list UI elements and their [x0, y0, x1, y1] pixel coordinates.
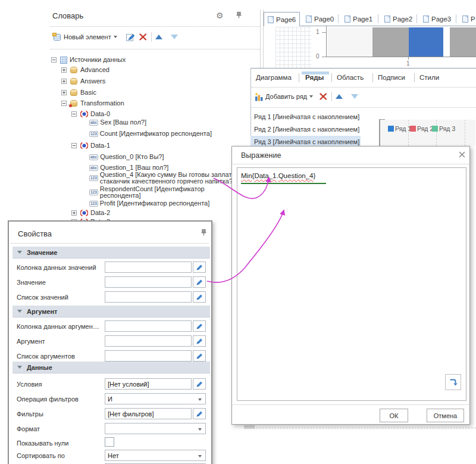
tab-page1[interactable]: Page1: [341, 12, 376, 26]
y-tick: [322, 32, 326, 33]
tree-item-label: Count [Идентификатор респондента]: [100, 130, 212, 138]
format-select[interactable]: [105, 423, 206, 434]
conditions-input[interactable]: [Нет условий]: [105, 378, 192, 390]
tree-item-data0[interactable]: Data-0: [80, 110, 110, 119]
section-header-data[interactable]: Данные: [12, 362, 210, 373]
filters-input[interactable]: [Нет фильтров]: [105, 408, 192, 419]
move-up-button[interactable]: [155, 35, 162, 39]
move-series-down-button[interactable]: [351, 94, 358, 99]
filter-operation-select[interactable]: И: [105, 393, 206, 404]
edit-expression-button[interactable]: [193, 350, 206, 362]
divider: [251, 87, 475, 88]
argument-data-column-input[interactable]: [105, 320, 192, 332]
add-series-button[interactable]: Добавить ряд: [255, 92, 313, 101]
tree-item-count[interactable]: Count [Идентификатор респондента]: [89, 129, 212, 138]
tab-page0[interactable]: Page0: [302, 12, 337, 26]
move-series-up-button[interactable]: [336, 94, 343, 99]
show-zeros-checkbox[interactable]: [105, 437, 114, 447]
argument-list-input[interactable]: [105, 350, 192, 362]
legend-swatch: [388, 126, 394, 132]
series-list-item[interactable]: Ряд 1 [Линейчатая с накоплением]: [250, 111, 361, 123]
scrollbar-thumb[interactable]: [244, 425, 255, 429]
tree-item-data2[interactable]: Data-2: [80, 208, 110, 217]
tab-separator: [414, 73, 415, 82]
page-icon: [345, 15, 350, 23]
x-axis-tick-label: 1: [406, 60, 410, 67]
expand-icon[interactable]: [61, 79, 67, 84]
bar-segment-light: [327, 27, 372, 57]
edit-expression-button[interactable]: [193, 335, 206, 347]
tab-series[interactable]: Ряды: [305, 74, 324, 81]
tab-styles[interactable]: Стили: [419, 74, 439, 81]
expand-icon[interactable]: [61, 67, 67, 73]
insert-expression-button[interactable]: [445, 374, 461, 390]
expression-textarea[interactable]: Min{Data_1.Question_4}: [237, 167, 466, 401]
expand-icon[interactable]: [61, 90, 67, 95]
collapse-icon[interactable]: [61, 101, 67, 106]
preview-y-axis: [379, 119, 380, 146]
edit-expression-button[interactable]: [193, 291, 206, 303]
delete-series-button[interactable]: [319, 92, 328, 101]
close-icon[interactable]: [459, 151, 465, 158]
cancel-button[interactable]: Отмена: [427, 409, 464, 422]
prop-label: Список аргументов: [17, 353, 75, 360]
tab-labels[interactable]: Подписи: [378, 74, 405, 81]
edit-button[interactable]: [126, 33, 135, 42]
divider: [51, 26, 260, 27]
tree-item-transformation[interactable]: Transformation: [70, 99, 124, 108]
collapse-icon[interactable]: [71, 111, 77, 117]
pin-icon[interactable]: [235, 11, 243, 19]
tree-item-data1[interactable]: Data-1: [80, 141, 110, 150]
tree-item-advanced[interactable]: Advanced: [70, 66, 109, 74]
number-column-icon: [89, 175, 98, 181]
y-tick: [322, 57, 326, 57]
edit-expression-button[interactable]: [193, 276, 206, 288]
collapse-triangle-icon: [17, 310, 22, 313]
tab-separator: [338, 14, 339, 23]
tree-item-basic[interactable]: Basic: [70, 88, 96, 97]
tree-item-question0[interactable]: Question_0 [Кто Вы?]: [89, 152, 164, 161]
argument-input[interactable]: [105, 335, 192, 347]
legend-label: Ряд 1: [395, 125, 411, 132]
tab-page-next[interactable]: P: [459, 12, 476, 26]
edit-expression-button[interactable]: [193, 408, 206, 419]
sort-by-select[interactable]: Нет: [105, 450, 206, 461]
expand-icon[interactable]: [71, 210, 77, 216]
database-icon: [70, 89, 77, 96]
new-element-button[interactable]: Новый элемент: [52, 33, 117, 41]
tab-diagram[interactable]: Диаграмма: [256, 74, 292, 81]
tree-item-label: RespondentCount [Идентификатор респонден…: [100, 186, 228, 200]
value-data-column-input[interactable]: [105, 261, 192, 273]
tree-item-profit[interactable]: Profit [Идентификатор респондента]: [89, 199, 209, 208]
tree-item-label: Answers: [80, 78, 105, 85]
section-header-value[interactable]: Значение: [12, 247, 210, 259]
chart-fragment[interactable]: 1 0 1: [312, 26, 476, 68]
ok-button[interactable]: ОК: [380, 409, 408, 422]
value-list-input[interactable]: [105, 291, 192, 303]
tree-item-data-sources[interactable]: Источники данных: [60, 55, 126, 64]
delete-button[interactable]: [139, 33, 148, 41]
page-tab-label: P: [471, 15, 475, 23]
move-down-button[interactable]: [171, 35, 178, 39]
chevron-down-icon: [309, 95, 313, 98]
collapse-icon[interactable]: [71, 143, 77, 148]
edit-expression-button[interactable]: [193, 378, 206, 390]
prop-label: Список значений: [17, 294, 68, 301]
collapse-icon[interactable]: [51, 57, 57, 63]
tab-page6[interactable]: Page6: [264, 12, 300, 26]
pin-icon[interactable]: [200, 229, 208, 236]
prop-label: Операция фильтров: [17, 396, 79, 403]
series-preview-plot: [380, 120, 475, 146]
tab-page2[interactable]: Page2: [381, 12, 416, 26]
gear-icon[interactable]: ⚙: [216, 11, 224, 20]
tree-item-respondentcount[interactable]: RespondentCount [Идентификатор респонден…: [89, 185, 228, 200]
tree-item-answers[interactable]: Answers: [70, 77, 105, 86]
value-input[interactable]: [105, 276, 192, 288]
edit-expression-button[interactable]: [193, 320, 206, 332]
edit-expression-button[interactable]: [193, 261, 206, 273]
tree-item-sex[interactable]: Sex [Ваш пол?]: [89, 118, 146, 127]
section-header-argument[interactable]: Аргумент: [12, 306, 210, 317]
tab-area[interactable]: Область: [337, 74, 364, 81]
tab-page3[interactable]: Page3: [419, 12, 455, 26]
series-list-item[interactable]: Ряд 2 [Линейчатая с накоплением]: [250, 123, 361, 135]
